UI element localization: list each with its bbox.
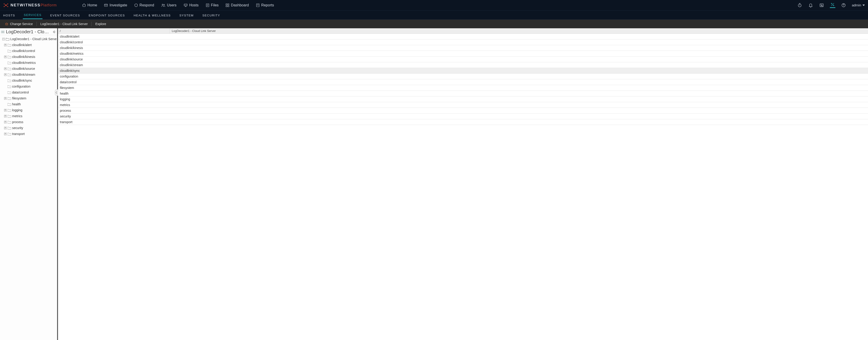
hosts-icon: [183, 3, 188, 7]
svg-rect-44: [1, 31, 5, 33]
grid-row[interactable]: process: [58, 108, 868, 113]
tree-node[interactable]: +process: [4, 119, 57, 125]
tree-node[interactable]: configuration: [4, 83, 57, 90]
nav-users[interactable]: Users: [161, 3, 177, 7]
home-icon: [82, 3, 86, 7]
expand-toggle-icon[interactable]: +: [4, 127, 7, 129]
subnav-health-wellness[interactable]: HEALTH & WELLNESS: [133, 11, 172, 19]
tree-node[interactable]: +metrics: [4, 113, 57, 119]
expand-toggle-icon[interactable]: +: [4, 133, 7, 135]
brand: NETWITNESSPlatform: [3, 2, 57, 8]
nav-label: Files: [211, 3, 219, 7]
svg-line-5: [4, 4, 6, 5]
svg-line-37: [833, 3, 834, 4]
splitter-handle[interactable]: [55, 90, 58, 96]
expand-toggle-icon[interactable]: +: [4, 73, 7, 76]
tree-node[interactable]: cloudlink/sync: [4, 77, 57, 83]
user-menu[interactable]: admin: [852, 3, 865, 7]
svg-rect-9: [104, 4, 108, 6]
folder-icon: [7, 109, 11, 112]
collapse-toggle-icon[interactable]: −: [2, 38, 5, 40]
grid-row[interactable]: metrics: [58, 102, 868, 108]
tree-node-label: transport: [12, 132, 25, 136]
actionbar: Change Service LogDecoder1 - Cloud Link …: [0, 20, 868, 28]
user-label: admin: [852, 3, 861, 7]
brand-name-bold: NETWITNESS: [10, 3, 40, 7]
subnav-system[interactable]: SYSTEM: [179, 11, 194, 19]
change-service-label: Change Service: [10, 22, 33, 26]
nav-files[interactable]: Files: [206, 3, 219, 7]
grid-row[interactable]: cloudlink/sync: [58, 68, 868, 74]
grid-row[interactable]: configuration: [58, 74, 868, 79]
nav-investigate[interactable]: Investigate: [104, 3, 127, 7]
grid-row[interactable]: transport: [58, 119, 868, 125]
grid-row[interactable]: cloudlink/stream: [58, 62, 868, 68]
tree-node[interactable]: data/control: [4, 90, 57, 95]
subnav-event-sources[interactable]: EVENT SOURCES: [49, 11, 81, 19]
view-name[interactable]: Explore: [92, 20, 110, 28]
folder-icon: [7, 127, 11, 130]
tree-node-label: cloudlink/source: [12, 67, 35, 70]
tree-node[interactable]: +cloudlink/stream: [4, 72, 57, 77]
nav-respond[interactable]: Respond: [134, 3, 154, 7]
tree-node[interactable]: +cloudlink/alert: [4, 42, 57, 48]
percent-icon[interactable]: [819, 2, 825, 8]
grid-row[interactable]: cloudlink/alert: [58, 34, 868, 39]
svg-rect-22: [226, 4, 227, 5]
tree-node[interactable]: +cloudlink/source: [4, 66, 57, 72]
svg-point-41: [6, 23, 7, 24]
dashboard-icon: [225, 3, 229, 7]
grid-row[interactable]: health: [58, 91, 868, 97]
timer-icon[interactable]: [797, 2, 802, 8]
grid-row[interactable]: logging: [58, 97, 868, 102]
change-service[interactable]: Change Service: [1, 20, 36, 28]
bell-icon[interactable]: [808, 2, 813, 8]
tools-icon[interactable]: [830, 2, 835, 8]
grid-row[interactable]: cloudlink/kinesis: [58, 45, 868, 51]
tree-node[interactable]: +cloudlink/kinesis: [4, 54, 57, 60]
nav-hosts[interactable]: Hosts: [183, 3, 199, 7]
svg-rect-23: [228, 4, 229, 5]
svg-rect-24: [226, 5, 227, 7]
grid-row[interactable]: cloudlink/metrics: [58, 51, 868, 57]
nav-reports[interactable]: Reports: [256, 3, 274, 7]
grid-body: cloudlink/alertcloudlink/controlcloudlin…: [58, 34, 868, 340]
subnav-security[interactable]: SECURITY: [202, 11, 221, 19]
expand-toggle-icon[interactable]: +: [4, 109, 7, 111]
svg-point-13: [164, 4, 165, 5]
nav-home[interactable]: Home: [82, 3, 97, 7]
collapse-left-icon[interactable]: [52, 30, 56, 34]
svg-point-33: [821, 5, 822, 5]
tree-node[interactable]: +security: [4, 125, 57, 131]
subnav-services[interactable]: SERVICES: [23, 11, 42, 19]
tree-node[interactable]: +transport: [4, 131, 57, 137]
grid-row[interactable]: data/control: [58, 79, 868, 85]
nav-label: Home: [88, 3, 97, 7]
view-name-label: Explore: [95, 22, 106, 26]
grid-row[interactable]: cloudlink/control: [58, 39, 868, 45]
expand-toggle-icon[interactable]: +: [4, 44, 7, 46]
service-name[interactable]: LogDecoder1 - Cloud Link Server: [37, 20, 92, 28]
tree-node[interactable]: +logging: [4, 107, 57, 113]
subnav-endpoint-sources[interactable]: ENDPOINT SOURCES: [88, 11, 126, 19]
grid-row[interactable]: security: [58, 113, 868, 119]
expand-toggle-icon[interactable]: +: [4, 56, 7, 58]
expand-toggle-icon[interactable]: +: [4, 68, 7, 70]
help-icon[interactable]: [841, 2, 846, 8]
nav-dashboard[interactable]: Dashboard: [225, 3, 249, 7]
tree-node[interactable]: +filesystem: [4, 95, 57, 101]
subnav-hosts[interactable]: HOSTS: [2, 11, 16, 19]
expand-toggle-icon[interactable]: +: [4, 97, 7, 100]
grid-row[interactable]: filesystem: [58, 85, 868, 91]
expand-toggle-icon[interactable]: +: [4, 115, 7, 117]
tree-node-label: cloudlink/control: [12, 49, 35, 53]
grid-header-service: LogDecoder1 - Cloud Link Server: [170, 28, 868, 34]
tree-root-node[interactable]: − LogDecoder1 - Cloud Link Server (CLOUD…: [1, 36, 57, 42]
toggle-spacer: [4, 85, 7, 88]
tree-node[interactable]: cloudlink/metrics: [4, 60, 57, 66]
tree-node-label: configuration: [12, 84, 30, 88]
expand-toggle-icon[interactable]: +: [4, 121, 7, 123]
grid-row[interactable]: cloudlink/source: [58, 57, 868, 62]
tree-node[interactable]: health: [4, 101, 57, 107]
tree-node[interactable]: cloudlink/control: [4, 48, 57, 54]
